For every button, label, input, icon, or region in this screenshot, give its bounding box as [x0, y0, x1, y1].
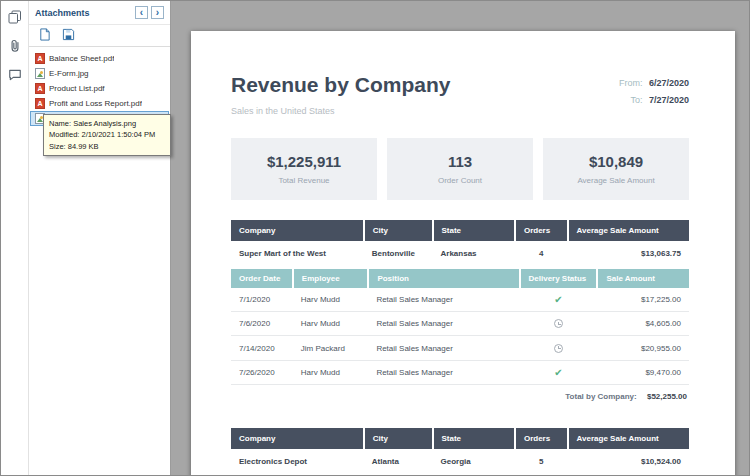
avg-header-cell: Average Sale Amount [568, 428, 689, 449]
order-date-cell: 7/14/2020 [231, 336, 293, 360]
sale-amount-cell: $17,225.00 [597, 288, 689, 312]
orders-cell: 5 [515, 449, 568, 474]
attachments-toolbar [29, 25, 170, 47]
avg-cell: $10,524.00 [568, 449, 689, 474]
page-subtitle: Sales in the United States [231, 106, 450, 116]
order-date-cell: 7/1/2020 [231, 288, 293, 312]
company-cell: Electronics Depot [231, 449, 364, 474]
group-total: Total by Company: $52,255.00 [231, 385, 689, 408]
avg-cell: $13,063.75 [568, 241, 689, 266]
pdf-file-icon [35, 83, 45, 94]
date-range: From: 6/27/2020 To: 7/27/2020 [619, 75, 689, 109]
stat-value: 113 [448, 153, 472, 170]
position-cell: Retail Sales Manager [368, 336, 519, 360]
stat-card: $10,849 Average Sale Amount [543, 138, 689, 200]
employee-cell: Harv Mudd [293, 360, 369, 384]
stat-label: Order Count [438, 176, 482, 185]
delivery-status-icon [554, 296, 562, 304]
open-attachment-button[interactable] [35, 27, 53, 45]
paperclip-icon [8, 39, 22, 56]
order-row: 7/26/2020 Harv Mudd Retail Sales Manager… [231, 360, 689, 384]
to-label: To: [630, 95, 642, 105]
company-row: Electronics Depot Atlanta Georgia 5 $10,… [231, 449, 689, 474]
sale-amount-cell: $4,605.00 [597, 312, 689, 336]
attachment-item[interactable]: Product List.pdf [30, 81, 169, 96]
attachment-name: Profit and Loss Report.pdf [49, 99, 142, 108]
comments-panel-button[interactable] [4, 65, 26, 87]
delivery-status-icon [554, 369, 562, 377]
from-value: 6/27/2020 [649, 78, 689, 88]
attachment-item[interactable]: Balance Sheet.pdf [30, 51, 169, 66]
pdf-file-icon [35, 98, 45, 109]
stat-value: $10,849 [589, 153, 643, 170]
order-date-cell: 7/6/2020 [231, 312, 293, 336]
state-cell: Georgia [433, 449, 515, 474]
attachments-panel-button[interactable] [4, 36, 26, 58]
image-file-icon [35, 68, 45, 79]
state-header-cell: State [433, 428, 515, 449]
comment-icon [8, 68, 22, 85]
orders-cell: 4 [515, 241, 568, 266]
summary-stats: $1,225,911 Total Revenue 113 Order Count… [231, 138, 689, 200]
pdf-viewer-window: Attachments ‹ › Balance Sheet.pdf [0, 0, 750, 476]
tooltip-size: Size: 84.99 KB [49, 141, 165, 152]
delivery-status-cell [520, 288, 598, 312]
company-row: Super Mart of the West Bentonville Arkan… [231, 241, 689, 266]
sale-amount-header: Sale Amount [597, 269, 689, 288]
save-icon [62, 28, 75, 44]
city-cell: Bentonville [364, 241, 433, 266]
delivery-status-cell [520, 312, 598, 336]
delivery-status-icon [554, 344, 563, 353]
company-cell: Super Mart of the West [231, 241, 364, 266]
pages-panel-button[interactable] [4, 7, 26, 29]
company-header-cell: Company [231, 428, 364, 449]
company-header-cell: Company [231, 220, 364, 241]
stat-card: 113 Order Count [387, 138, 533, 200]
company-header-row: Company City State Orders Average Sale A… [231, 220, 689, 241]
attachment-item[interactable]: E-Form.jpg [30, 66, 169, 81]
pages-icon [8, 10, 22, 27]
total-value: $52,255.00 [647, 392, 687, 401]
orders-table: Order Date Employee Position Delivery St… [231, 269, 689, 385]
position-cell: Retail Sales Manager [368, 312, 519, 336]
attachments-nav: ‹ › [135, 6, 164, 19]
employee-cell: Harv Mudd [293, 312, 369, 336]
document-area[interactable]: Revenue by Company Sales in the United S… [171, 1, 749, 475]
order-row: 7/14/2020 Jim Packard Retail Sales Manag… [231, 336, 689, 360]
save-attachment-button[interactable] [59, 27, 77, 45]
sale-amount-cell: $20,955.00 [597, 336, 689, 360]
employee-cell: Jim Packard [293, 336, 369, 360]
attachment-name: E-Form.jpg [49, 69, 89, 78]
attachments-panel-header: Attachments ‹ › [29, 1, 170, 25]
tooltip-name: Name: Sales Analysis.png [49, 118, 165, 129]
attachment-tooltip: Name: Sales Analysis.png Modified: 2/10/… [43, 114, 171, 156]
viewer-icon-strip [1, 1, 29, 475]
tooltip-modified: Modified: 2/10/2021 1:50:04 PM [49, 129, 165, 140]
stat-value: $1,225,911 [267, 153, 341, 170]
stat-label: Average Sale Amount [577, 176, 654, 185]
stat-label: Total Revenue [278, 176, 329, 185]
company-table: Company City State Orders Average Sale A… [231, 220, 689, 266]
position-header: Position [368, 269, 519, 288]
attachment-item[interactable]: Profit and Loss Report.pdf [30, 96, 169, 111]
company-group: Company City State Orders Average Sale A… [231, 428, 689, 475]
attachment-name: Product List.pdf [49, 84, 105, 93]
state-cell: Arkansas [433, 241, 515, 266]
avg-header-cell: Average Sale Amount [568, 220, 689, 241]
stat-card: $1,225,911 Total Revenue [231, 138, 377, 200]
report-page: Revenue by Company Sales in the United S… [191, 31, 735, 475]
delivery-status-cell [520, 360, 598, 384]
order-row: 7/6/2020 Harv Mudd Retail Sales Manager … [231, 312, 689, 336]
open-doc-icon [38, 28, 51, 44]
delivery-status-icon [554, 319, 563, 328]
state-header-cell: State [433, 220, 515, 241]
delivery-status-cell [520, 336, 598, 360]
company-group: Company City State Orders Average Sale A… [231, 220, 689, 408]
attachments-prev-button[interactable]: ‹ [135, 6, 148, 19]
attachments-next-button[interactable]: › [151, 6, 164, 19]
order-row: 7/1/2020 Harv Mudd Retail Sales Manager … [231, 288, 689, 312]
order-date-header: Order Date [231, 269, 293, 288]
employee-header: Employee [293, 269, 369, 288]
sale-amount-cell: $9,470.00 [597, 360, 689, 384]
attachments-panel: Attachments ‹ › Balance Sheet.pdf [29, 1, 171, 475]
